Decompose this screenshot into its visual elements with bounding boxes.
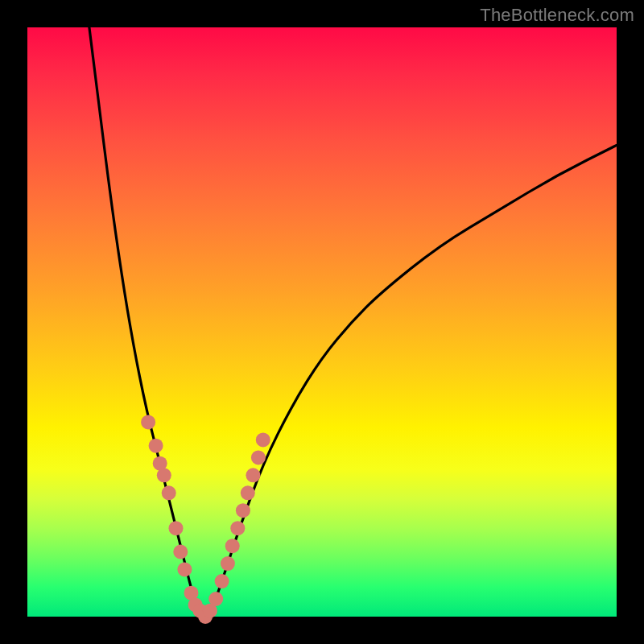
sample-dot [169, 521, 184, 535]
sample-dot [225, 539, 240, 553]
sample-dot [230, 521, 245, 535]
sample-dot [177, 562, 192, 576]
sample-dot [221, 556, 235, 571]
sample-dot [246, 468, 260, 482]
sample-dot [251, 450, 266, 464]
sample-dot [141, 415, 155, 429]
watermark-label: TheBottleneck.com [480, 5, 634, 26]
sample-dot [236, 503, 250, 518]
sample-dots [141, 415, 270, 624]
bottleneck-curve [89, 27, 617, 615]
sample-dot [215, 574, 229, 588]
sample-dot [256, 432, 270, 447]
sample-dot [162, 485, 176, 500]
sample-dot [173, 545, 188, 559]
chart-frame: TheBottleneck.com [0, 0, 644, 644]
sample-dot [208, 592, 223, 606]
chart-svg [27, 27, 617, 617]
plot-area [27, 27, 617, 617]
sample-dot [149, 439, 163, 453]
sample-dot [241, 485, 255, 500]
sample-dot [157, 468, 171, 482]
